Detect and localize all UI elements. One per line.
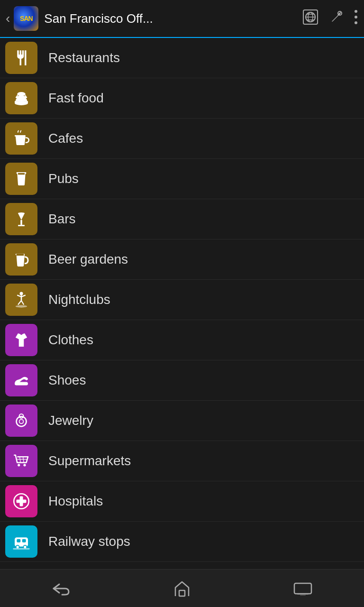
item-icon [0,119,43,159]
svg-point-30 [19,419,24,423]
item-label: Pubs [43,171,79,186]
bar-icon [5,203,37,235]
item-label: Bars [43,212,76,227]
svg-rect-43 [17,539,20,543]
item-label: Clothes [43,332,93,348]
home-button[interactable] [159,575,205,602]
bottom-nav [0,569,364,607]
item-label: Fast food [43,91,104,106]
wrench-icon[interactable] [328,9,344,28]
jewelry-icon [5,405,37,437]
svg-point-19 [18,212,25,214]
svg-rect-41 [17,500,27,503]
list-item[interactable]: Shoes [0,360,364,401]
item-label: Shoes [43,373,86,388]
more-options-icon[interactable] [354,9,358,28]
item-icon [0,401,43,441]
item-icon [0,441,43,481]
shoes-icon [5,364,37,396]
item-icon [0,38,43,78]
svg-rect-17 [20,220,22,225]
item-label: Hospitals [43,494,103,509]
pub-icon [5,163,37,195]
svg-point-22 [20,292,23,295]
railway-icon [5,525,37,558]
category-list: Restaurants Fast food [0,38,364,569]
app-logo: SAN [14,6,38,31]
list-item[interactable]: Cafes [0,119,364,159]
list-item[interactable]: Bars [0,199,364,239]
hospital-icon [5,485,37,517]
svg-point-35 [23,464,26,466]
item-label: Beer gardens [43,252,128,267]
svg-line-36 [20,457,21,462]
svg-point-34 [18,464,20,466]
list-item[interactable]: Pubs [0,159,364,199]
nightclub-icon [5,284,37,316]
svg-rect-48 [179,590,185,596]
back-button[interactable] [36,577,86,600]
list-item[interactable]: Beer gardens [0,239,364,280]
app-title: San Francisco Off... [44,11,302,26]
svg-rect-50 [297,594,309,595]
svg-point-28 [16,305,27,307]
top-icons [302,9,358,28]
item-icon [0,360,43,401]
list-item[interactable]: Jewelry [0,401,364,441]
svg-rect-11 [15,101,28,103]
item-label: Supermarkets [43,453,131,469]
svg-rect-51 [300,595,306,596]
item-icon [0,78,43,119]
list-item[interactable]: Railway stops [0,522,364,562]
svg-point-13 [17,92,26,96]
list-item[interactable]: Restaurants [0,38,364,78]
svg-rect-16 [18,173,25,175]
svg-point-45 [16,545,19,549]
beer-garden-icon [5,243,37,276]
svg-point-7 [355,10,357,13]
recents-button[interactable] [278,577,328,600]
clothes-icon [5,324,37,356]
svg-point-9 [355,21,357,24]
item-label: Cafes [43,131,83,146]
globe-icon[interactable] [302,9,318,28]
item-label: Nightclubs [43,292,110,307]
item-icon [0,522,43,562]
item-label: Jewelry [43,413,93,428]
svg-rect-44 [22,539,26,543]
list-item[interactable]: Fast food [0,78,364,119]
item-icon [0,320,43,360]
svg-point-46 [23,545,27,549]
svg-line-27 [21,301,24,305]
back-chevron-icon[interactable]: ‹ [6,11,10,26]
svg-rect-14 [15,135,26,137]
svg-rect-21 [17,254,24,256]
item-icon [0,199,43,239]
svg-rect-47 [13,548,30,550]
item-icon [0,481,43,522]
svg-point-8 [355,16,357,18]
list-item[interactable]: Hospitals [0,481,364,522]
svg-rect-18 [18,225,25,226]
supermarket-icon [5,445,37,477]
svg-line-37 [23,457,24,462]
cafe-icon [5,122,37,155]
list-item[interactable]: Nightclubs [0,280,364,320]
item-icon [0,280,43,320]
svg-rect-49 [294,583,311,594]
fastfood-icon [5,82,37,114]
svg-line-26 [18,301,21,305]
restaurant-icon [5,42,37,74]
item-icon [0,239,43,280]
item-icon [0,159,43,199]
list-item[interactable]: Clothes [0,320,364,360]
list-item[interactable]: Supermarkets [0,441,364,481]
item-label: Railway stops [43,534,130,549]
item-label: Restaurants [43,50,120,65]
top-bar: ‹ SAN San Francisco Off... [0,0,364,38]
